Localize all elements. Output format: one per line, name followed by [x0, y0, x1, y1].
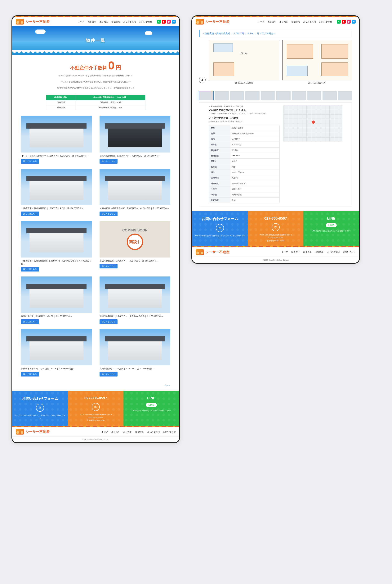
detail-button[interactable]: 詳しくはこちら: [21, 159, 39, 164]
thumb[interactable]: [276, 91, 290, 100]
line-icon[interactable]: L: [337, 20, 341, 24]
thumb[interactable]: [338, 91, 352, 100]
th-price: 物件価格（例）: [46, 95, 76, 100]
compass-icon: [199, 77, 206, 83]
cta-line-msg: LINEのお問い合わせはこちらからご登録ください♪: [126, 409, 176, 412]
map[interactable]: [284, 105, 342, 142]
nav-sell[interactable]: 家を売る: [303, 251, 312, 253]
listing-card[interactable]: 高崎市倉賀野町｜2,248万円～｜4LDK+WIC+SIC｜月々60,000円台…: [100, 276, 170, 324]
cell: 3,000万円: [46, 105, 76, 110]
cta-phone[interactable]: 027-335-8597 ✆ 〒370-1201 群馬県高崎市倉賀野町4184-…: [248, 211, 304, 246]
thumb[interactable]: [261, 91, 275, 100]
nav-top[interactable]: トップ: [102, 430, 108, 433]
logo[interactable]: シーサー不動産: [16, 19, 50, 25]
spec-val: 98.95㎡: [230, 148, 280, 153]
listing-card[interactable]: 佐波郡玉村町｜1,980万円｜4SLDK｜月々50,000円台～詳しくはこちら: [21, 276, 92, 324]
cta-form[interactable]: お問い合わせフォーム ✉ サービス全般のお問い合わせはこちらのフォームをご利用く…: [192, 211, 248, 246]
nav-top[interactable]: トップ: [282, 251, 288, 253]
floor-plan-1f[interactable]: LDK16帖 1F 53.82㎡(16.28坪): [209, 40, 279, 84]
price-example-table: 物件価格（例）今なら仲介手数料無料でこんなにお得！ 2,000万円732,600…: [46, 95, 146, 110]
cta-line[interactable]: LINE LINE LINEのお問い合わせはこちらからご登録ください♪: [124, 391, 179, 426]
twitter-icon[interactable]: ✦: [352, 20, 356, 24]
detail-button[interactable]: 詳しくはこちら: [100, 320, 118, 324]
cta-line[interactable]: LINE LINE LINEのお問い合わせはこちらからご登録ください♪: [304, 211, 359, 246]
cta-form[interactable]: お問い合わせフォーム ✉ サービス全般のお問い合わせはこちらのフォームをご利用く…: [12, 391, 68, 426]
floor-plan-2f[interactable]: 2F 45.13㎡(13.65坪): [282, 40, 352, 84]
spec-key: 築年数: [209, 142, 230, 148]
listing-title: ＜価格変更＞高崎市綿貫町｜2,790万円｜4LDK｜月々70,000円台～: [21, 207, 92, 210]
plan-area: 45.13㎡(13.65坪): [311, 82, 326, 84]
detail-button[interactable]: 詳しくはこちら: [100, 372, 118, 377]
nav-buy[interactable]: 家を買う: [268, 20, 276, 23]
room-label: LDK16帖: [240, 52, 248, 55]
nav-company[interactable]: 会社情報: [135, 430, 144, 433]
listing-card[interactable]: 伊勢崎市田部井町｜2,190万円｜5LDK｜月々55,000円台～詳しくはこちら: [21, 329, 92, 377]
nav-company[interactable]: 会社情報: [112, 20, 120, 23]
listing-card[interactable]: ＜価格変更＞高崎市綿貫町｜2,790万円｜4LDK｜月々70,000円台～詳しく…: [21, 169, 92, 216]
nav-company[interactable]: 会社情報: [315, 251, 324, 253]
price-change-note: ＜4/16価格変更＞2,990万円→2,790万円: [209, 105, 280, 108]
cta-hours: 営業時間 10:00～18:00: [71, 419, 121, 422]
nav-company[interactable]: 会社情報: [291, 20, 300, 23]
footer-logo[interactable]: シーサー不動産: [196, 249, 230, 255]
nav-contact[interactable]: お問い合わせ: [343, 251, 356, 253]
detail-button[interactable]: 詳しくはこちら: [21, 372, 39, 377]
nav-faq[interactable]: よくある質問: [327, 251, 340, 253]
promo-yen: 円: [116, 64, 121, 71]
cta-form-msg: サービス全般のお問い合わせはこちらのフォームをご利用ください♪: [15, 414, 65, 420]
instagram-icon[interactable]: ◉: [347, 20, 351, 24]
next-page-link[interactable]: 次へ→: [164, 384, 170, 387]
nav-faq[interactable]: よくある質問: [123, 20, 136, 23]
listing-card[interactable]: 【中古】高崎市吉井町小串｜1,599万円｜4LDK+WIC｜月々40,000円台…: [21, 116, 92, 164]
listing-card[interactable]: ＜価格変更＞前橋市堀越町｜2,498万円～｜4LDK+WIC｜月々65,000円…: [100, 169, 170, 216]
listing-title: 高崎市倉賀野町｜2,248万円～｜4LDK+WIC+SIC｜月々60,000円台…: [100, 315, 170, 318]
brand-name: シーサー不動産: [26, 20, 50, 24]
thumb[interactable]: [307, 91, 321, 100]
nav-contact[interactable]: お問い合わせ: [139, 20, 152, 23]
spec-key: 間取り: [209, 159, 230, 164]
logo[interactable]: シーサー不動産: [196, 19, 230, 25]
footer-logo[interactable]: シーサー不動産: [16, 429, 50, 435]
detail-button[interactable]: 詳しくはこちら: [21, 211, 39, 216]
nav-sell[interactable]: 家を売る: [123, 430, 132, 433]
detail-button[interactable]: 詳しくはこちら: [100, 211, 118, 216]
twitter-icon[interactable]: ✦: [172, 20, 176, 24]
line-icon[interactable]: L: [157, 20, 161, 24]
detail-button[interactable]: 詳しくはこちら: [100, 159, 118, 164]
detail-button[interactable]: 詳しくはこちら: [100, 264, 118, 268]
listing-card[interactable]: 高崎市貝沢町｜2,990万円｜5LDK+SIC｜月々78,000円台～詳しくはこ…: [100, 329, 170, 377]
cta-phone[interactable]: 027-335-8597 ✆ 〒370-1201 群馬県高崎市倉賀野町4184-…: [68, 391, 124, 426]
hero-banner: 物件一覧: [12, 26, 179, 55]
listing-title: 高崎市宮元大類町｜2,530万円～｜4LDK+WIC｜月々65,000円台～: [100, 154, 170, 157]
thumb[interactable]: [292, 91, 306, 100]
thumb[interactable]: [230, 91, 244, 100]
detail-button[interactable]: 詳しくはこちら: [21, 320, 39, 324]
nav-top[interactable]: トップ: [78, 20, 84, 23]
youtube-icon[interactable]: ▶: [342, 20, 346, 24]
thumb[interactable]: [199, 91, 214, 100]
thumb[interactable]: [214, 91, 229, 100]
nav-faq[interactable]: よくある質問: [147, 430, 160, 433]
detail-button[interactable]: 詳しくはこちら: [21, 267, 39, 271]
nav-faq[interactable]: よくある質問: [303, 20, 316, 23]
spec-key: 価格: [209, 136, 230, 142]
nav-contact[interactable]: お問い合わせ: [319, 20, 332, 23]
main-nav: トップ 家を買う 家を売る 会社情報 よくある質問 お問い合わせ: [78, 20, 152, 23]
pager: 次へ→: [12, 383, 179, 391]
promo-body2: 浮いたお金で新生活に向けた家具や家電の購入、引越の初期費用に充てられます♪: [24, 80, 168, 84]
cta-line-title: LINE: [126, 396, 176, 400]
nav-buy[interactable]: 家を買う: [291, 251, 300, 253]
nav-sell[interactable]: 家を売る: [280, 20, 288, 23]
nav-contact[interactable]: お問い合わせ: [163, 430, 176, 433]
nav-top[interactable]: トップ: [258, 20, 264, 23]
thumb[interactable]: [246, 91, 260, 100]
nav-buy[interactable]: 家を買う: [112, 430, 120, 433]
listing-card[interactable]: COMING SOON商談中前橋市北代田町｜2,498万円～｜4LDK+WIC｜…: [100, 221, 170, 272]
thumb[interactable]: [322, 91, 337, 100]
nav-sell[interactable]: 家を売る: [100, 20, 108, 23]
youtube-icon[interactable]: ▶: [162, 20, 166, 24]
nav-buy[interactable]: 家を買う: [88, 20, 96, 23]
listing-card[interactable]: 高崎市宮元大類町｜2,530万円～｜4LDK+WIC｜月々65,000円台～詳し…: [100, 116, 170, 164]
instagram-icon[interactable]: ◉: [167, 20, 171, 24]
listing-card[interactable]: ＜価格変更＞高崎市倉賀野町｜2,990万円｜4LDK+WIC+SIC｜月々78,…: [21, 221, 92, 272]
